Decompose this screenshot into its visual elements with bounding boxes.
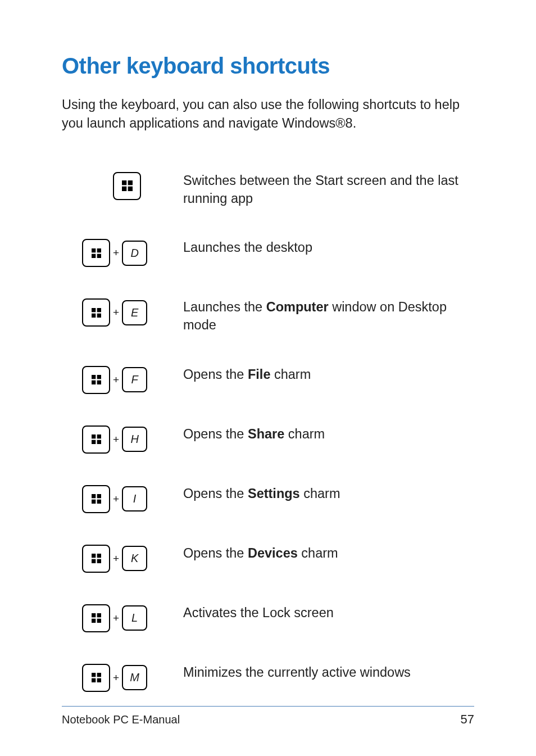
key-combo: +L [82, 604, 172, 632]
windows-key-icon [82, 545, 110, 573]
desc-bold: Devices [248, 546, 298, 560]
svg-rect-33 [97, 673, 101, 677]
shortcut-description: Opens the Share charm [183, 425, 474, 443]
desc-bold: Share [248, 427, 284, 441]
desc-text: Launches the desktop [183, 240, 312, 255]
shortcut-row: +DLaunches the desktop [82, 239, 474, 267]
shortcut-row: Switches between the Start screen and th… [82, 172, 474, 207]
svg-rect-20 [92, 494, 96, 498]
page-heading: Other keyboard shortcuts [62, 53, 474, 79]
shortcut-row: +IOpens the Settings charm [82, 485, 474, 513]
shortcut-description: Switches between the Start screen and th… [183, 172, 474, 207]
svg-rect-26 [92, 559, 96, 563]
letter-key: M [122, 665, 147, 690]
svg-rect-15 [97, 381, 101, 384]
desc-text: Opens the [183, 486, 248, 501]
letter-key: F [122, 367, 147, 392]
key-combo-plus: + [113, 493, 119, 505]
key-combo-plus: + [113, 433, 119, 446]
windows-key-icon [82, 664, 110, 692]
key-combo: +M [82, 664, 172, 692]
letter-key: I [122, 486, 147, 511]
shortcut-description: Launches the desktop [183, 239, 474, 257]
key-combo: +D [82, 239, 172, 267]
key-combo-plus: + [113, 247, 119, 259]
svg-rect-8 [92, 308, 96, 312]
shortcut-description: Opens the Devices charm [183, 545, 474, 563]
desc-text: Switches between the Start screen and th… [183, 173, 458, 206]
windows-key-icon [82, 298, 110, 327]
shortcut-description: Minimizes the currently active windows [183, 664, 474, 682]
letter-key: H [122, 427, 147, 452]
intro-paragraph: Using the keyboard, you can also use the… [62, 96, 474, 133]
desc-text: Opens the [183, 546, 248, 560]
key-combo: +H [82, 425, 172, 454]
desc-text: charm [284, 427, 325, 441]
key-combo-plus: + [113, 612, 119, 624]
footer-page-number: 57 [461, 712, 474, 727]
desc-bold: Settings [248, 486, 300, 501]
key-combo-plus: + [113, 672, 119, 684]
svg-rect-29 [97, 613, 101, 617]
letter-key: D [122, 241, 147, 266]
svg-rect-12 [92, 375, 96, 379]
svg-rect-14 [92, 381, 96, 384]
svg-rect-35 [97, 678, 101, 682]
svg-rect-25 [97, 554, 101, 558]
svg-rect-19 [97, 440, 101, 444]
windows-key-icon [82, 239, 110, 267]
svg-rect-32 [92, 673, 96, 677]
letter-key: L [122, 605, 147, 631]
desc-bold: File [248, 367, 270, 382]
svg-rect-7 [97, 253, 101, 257]
desc-text: charm [300, 486, 340, 501]
letter-key: K [122, 546, 147, 571]
svg-rect-23 [97, 500, 101, 504]
shortcut-description: Launches the Computer window on Desktop … [183, 298, 474, 334]
shortcut-row: +ELaunches the Computer window on Deskto… [82, 298, 474, 334]
svg-rect-22 [92, 500, 96, 504]
key-combo-plus: + [113, 374, 119, 386]
svg-rect-21 [97, 494, 101, 498]
shortcut-row: +HOpens the Share charm [82, 425, 474, 454]
key-combo: +K [82, 545, 172, 573]
svg-rect-2 [122, 187, 126, 191]
key-combo: +F [82, 366, 172, 394]
svg-rect-27 [97, 559, 101, 563]
svg-rect-13 [97, 375, 101, 379]
svg-rect-34 [92, 678, 96, 682]
key-combo-plus: + [113, 553, 119, 565]
key-combo: +E [82, 298, 172, 327]
shortcut-row: +MMinimizes the currently active windows [82, 664, 474, 692]
windows-key-icon [82, 604, 110, 632]
letter-key: E [122, 300, 147, 325]
desc-text: charm [270, 367, 311, 382]
shortcut-description: Opens the File charm [183, 366, 474, 384]
shortcut-row: +LActivates the Lock screen [82, 604, 474, 632]
svg-rect-16 [92, 434, 96, 438]
page-content: Other keyboard shortcuts Using the keybo… [0, 0, 536, 692]
svg-rect-0 [122, 180, 126, 185]
windows-key-icon [82, 425, 110, 454]
key-combo-plus: + [113, 306, 119, 319]
svg-rect-1 [128, 180, 132, 185]
desc-text: Launches the [183, 300, 266, 314]
svg-rect-17 [97, 434, 101, 438]
desc-text: Activates the Lock screen [183, 605, 334, 620]
svg-rect-3 [128, 187, 132, 191]
desc-text: Minimizes the currently active windows [183, 665, 411, 680]
svg-rect-18 [92, 440, 96, 444]
svg-rect-9 [97, 308, 101, 312]
desc-text: Opens the [183, 367, 248, 382]
shortcut-description: Activates the Lock screen [183, 604, 474, 622]
svg-rect-4 [92, 248, 96, 252]
key-combo: +I [82, 485, 172, 513]
svg-rect-30 [92, 619, 96, 623]
desc-text: charm [298, 546, 338, 560]
page-footer: Notebook PC E-Manual 57 [0, 706, 536, 727]
svg-rect-5 [97, 248, 101, 252]
svg-rect-11 [97, 313, 101, 317]
svg-rect-10 [92, 313, 96, 317]
svg-rect-24 [92, 554, 96, 558]
footer-doc-title: Notebook PC E-Manual [62, 713, 180, 726]
